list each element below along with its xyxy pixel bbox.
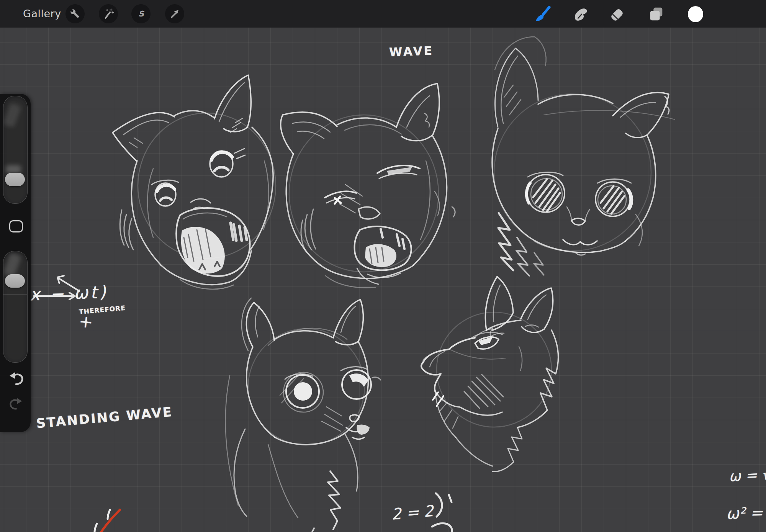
selection-button[interactable]: S <box>131 4 151 23</box>
layers-button[interactable] <box>647 5 665 23</box>
brush-sidebar <box>0 94 31 432</box>
sketch-cat-yowling <box>113 75 276 289</box>
erase-tool-button[interactable] <box>608 5 626 23</box>
sketch-cat-wide-eyed <box>492 37 675 276</box>
selection-s-icon: S <box>134 7 147 20</box>
color-button[interactable] <box>686 5 705 23</box>
sketch-cat-snarling <box>281 83 455 288</box>
brush-opacity-slider[interactable] <box>3 251 28 363</box>
canvas-handwriting-partial: WAVE <box>389 44 434 59</box>
annotation-wave-formula: x − ωt) <box>29 282 108 304</box>
undo-button[interactable] <box>8 370 25 386</box>
adjustments-button[interactable] <box>99 4 118 23</box>
smudge-finger-icon <box>571 5 589 23</box>
undo-arrow-icon <box>8 370 25 386</box>
svg-text:S: S <box>138 9 144 18</box>
sketch-kitten-big-eyes <box>226 298 381 532</box>
redo-button[interactable] <box>8 396 24 410</box>
slider-ghost-blur <box>3 103 21 128</box>
gallery-button[interactable]: Gallery <box>23 0 61 28</box>
annotation-omega: ω = √ <box>728 466 766 485</box>
magic-wand-icon <box>102 7 115 20</box>
slider-ghost-blur <box>6 165 21 174</box>
brush-opacity-handle[interactable] <box>5 274 25 288</box>
annotation-plus: + <box>78 311 94 332</box>
annotation-eq-2: 2 = 2 <box>391 502 434 523</box>
procreate-app: { "toolbar": { "gallery_label": "Gallery… <box>0 0 766 532</box>
top-toolbar: Gallery S <box>0 0 766 28</box>
paint-brush-icon <box>533 5 551 23</box>
color-swatch-circle <box>687 5 704 23</box>
slider-divider <box>3 294 27 295</box>
wrench-icon <box>69 7 82 20</box>
brush-size-handle[interactable] <box>5 173 25 186</box>
smudge-tool-button[interactable] <box>571 5 589 23</box>
red-pen-stroke <box>100 510 120 532</box>
paint-tool-button[interactable] <box>533 5 551 23</box>
eraser-icon <box>608 5 626 23</box>
drawing-canvas[interactable]: WAVE x − ωt) THEREFORE + STANDING WAVE 2… <box>0 28 766 532</box>
layers-icon <box>647 5 665 23</box>
sketch-cat-profile <box>421 277 558 471</box>
transform-button[interactable] <box>165 4 184 23</box>
annotation-omega-squared: ω² = 1 <box>726 503 766 523</box>
modify-button[interactable] <box>9 220 23 232</box>
redo-arrow-icon <box>8 396 24 410</box>
actions-button[interactable] <box>65 4 85 23</box>
transform-arrow-icon <box>168 7 181 20</box>
brush-size-slider[interactable] <box>3 96 28 204</box>
cat-sketches <box>0 0 766 532</box>
